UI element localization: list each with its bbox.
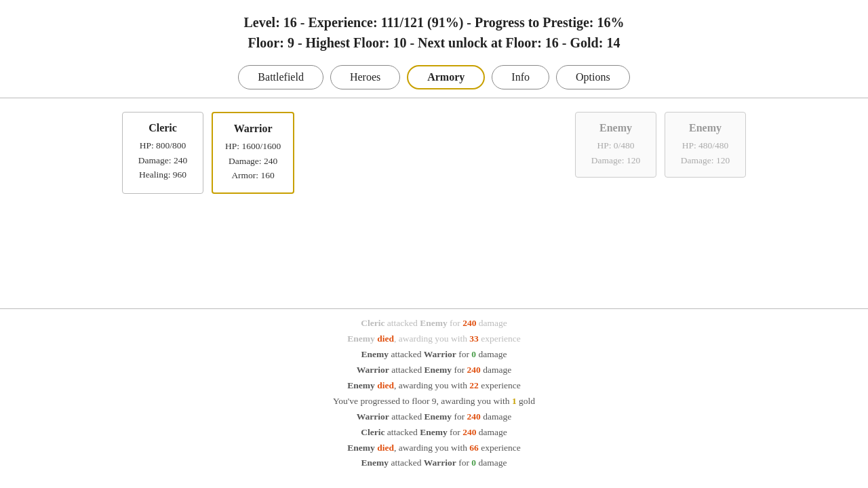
log-line-6: Warrior attacked Enemy for 240 damage	[0, 409, 868, 425]
nav-button-heroes[interactable]: Heroes	[330, 65, 400, 89]
hero-card-cleric[interactable]: ClericHP: 800/800Damage: 240Healing: 960	[122, 112, 203, 194]
log-line-5: You've progressed to floor 9, awarding y…	[0, 394, 868, 409]
nav-button-info[interactable]: Info	[492, 65, 549, 89]
unit-name: Cleric	[135, 122, 191, 134]
unit-stat: Damage: 240	[225, 154, 281, 169]
enemy-name: Enemy	[677, 122, 733, 134]
unit-stat: HP: 1600/1600	[225, 139, 281, 154]
battlefield: ClericHP: 800/800Damage: 240Healing: 960…	[0, 98, 868, 302]
hero-card-warrior[interactable]: WarriorHP: 1600/1600Damage: 240Armor: 16…	[212, 112, 294, 194]
log-line-0: Cleric attacked Enemy for 240 damage	[0, 316, 868, 331]
nav-bar: BattlefieldHeroesArmoryInfoOptions	[0, 60, 868, 98]
enemy-stat: HP: 480/480	[677, 138, 733, 153]
log-line-1: Enemy died, awarding you with 33 experie…	[0, 331, 868, 347]
stat-line-2: Floor: 9 - Highest Floor: 10 - Next unlo…	[0, 33, 868, 53]
nav-button-options[interactable]: Options	[556, 65, 630, 89]
heroes-group: ClericHP: 800/800Damage: 240Healing: 960…	[122, 112, 294, 194]
unit-stat: HP: 800/800	[135, 138, 191, 153]
enemy-name: Enemy	[588, 122, 644, 134]
battle-log: Cleric attacked Enemy for 240 damageEnem…	[0, 308, 868, 471]
stat-line-1: Level: 16 - Experience: 111/121 (91%) - …	[0, 12, 868, 33]
log-line-7: Cleric attacked Enemy for 240 damage	[0, 425, 868, 441]
log-line-3: Warrior attacked Enemy for 240 damage	[0, 363, 868, 378]
unit-stat: Armor: 160	[225, 168, 281, 183]
log-line-9: Enemy attacked Warrior for 0 damage	[0, 455, 868, 471]
enemy-card-0: EnemyHP: 0/480Damage: 120	[575, 112, 656, 178]
nav-button-armory[interactable]: Armory	[407, 65, 485, 89]
log-line-4: Enemy died, awarding you with 22 experie…	[0, 378, 868, 394]
enemy-card-1: EnemyHP: 480/480Damage: 120	[665, 112, 746, 178]
header-stats: Level: 16 - Experience: 111/121 (91%) - …	[0, 0, 868, 60]
enemy-stat: Damage: 120	[677, 153, 733, 168]
log-line-8: Enemy died, awarding you with 66 experie…	[0, 441, 868, 456]
log-line-2: Enemy attacked Warrior for 0 damage	[0, 347, 868, 363]
unit-stat: Damage: 240	[135, 153, 191, 168]
enemies-group: EnemyHP: 0/480Damage: 120EnemyHP: 480/48…	[575, 112, 746, 178]
unit-stat: Healing: 960	[135, 167, 191, 182]
nav-button-battlefield[interactable]: Battlefield	[238, 65, 323, 89]
enemy-stat: HP: 0/480	[588, 138, 644, 153]
enemy-stat: Damage: 120	[588, 153, 644, 168]
unit-name: Warrior	[225, 123, 281, 135]
